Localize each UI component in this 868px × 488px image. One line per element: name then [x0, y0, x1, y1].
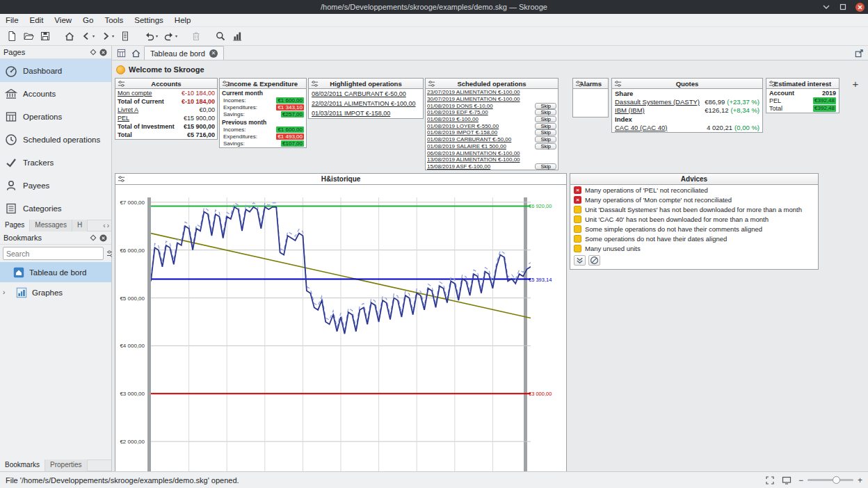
skip-button[interactable]: Skip [535, 136, 556, 143]
skip-button[interactable]: Skip [535, 143, 556, 149]
dropdown-caret-icon[interactable]: ▾ [93, 34, 95, 38]
widget-settings-icon[interactable] [613, 79, 622, 88]
dropdown-caret-icon[interactable]: ▾ [175, 34, 177, 38]
advice-item[interactable]: Unit 'CAC 40' has not been downloaded fo… [570, 214, 818, 224]
sidebar-item-dashboard[interactable]: Dashboard [0, 59, 111, 82]
scheduled-operation-link[interactable]: 13/08/2019 ALIMENTATION €-100,00 [427, 156, 520, 163]
skip-button[interactable]: Skip [535, 163, 556, 170]
scheduled-operation-link[interactable]: 01/08/2019 SALAIRE €1 500,00 [427, 143, 506, 149]
scheduled-operation-link[interactable]: 01/08/2019 IMPOT €-158,00 [427, 129, 497, 136]
alarms-header[interactable]: Alarms [573, 79, 608, 89]
menu-help[interactable]: Help [169, 14, 197, 27]
save-button[interactable] [38, 29, 53, 43]
open-file-button[interactable] [21, 29, 36, 43]
quote-name-link[interactable]: CAC 40 (CAC 40) [615, 124, 704, 131]
scroll-left-icon[interactable]: ‹ [103, 222, 105, 229]
historique-chart-header[interactable]: H&istorique [115, 174, 566, 185]
close-panel-icon[interactable] [98, 47, 108, 57]
monitor-icon[interactable] [782, 475, 791, 485]
scheduled-operations-header[interactable]: Scheduled operations [426, 79, 558, 89]
menu-view[interactable]: View [49, 14, 77, 27]
scheduled-operation-link[interactable]: 01/08/2019 LOYER €-550,00 [427, 123, 499, 129]
zoom-slider-handle[interactable] [833, 476, 840, 484]
go-back-button[interactable]: ▾ [79, 29, 97, 43]
widget-settings-icon[interactable] [768, 79, 777, 88]
widget-settings-icon[interactable] [221, 79, 230, 88]
tab-tableau-de-bord[interactable]: Tableau de bord ✕ [144, 46, 224, 60]
undo-button[interactable]: ▾ [142, 29, 160, 43]
skip-button[interactable]: Skip [535, 129, 556, 136]
account-name[interactable]: PEL [118, 115, 129, 122]
home-page-icon[interactable] [129, 47, 142, 59]
scheduled-operation-link[interactable]: 01/08/2019 EDF €-75,00 [427, 109, 488, 115]
context-chooser-icon[interactable] [115, 47, 127, 59]
dock-tab-properties[interactable]: Properties [45, 459, 88, 471]
dock-tab-messages[interactable]: Messages [30, 220, 72, 231]
advice-item[interactable]: Some simple operations do not have their… [570, 224, 818, 234]
dock-tab-bookmarks[interactable]: Bookmarks [0, 459, 45, 471]
sidebar-item-accounts[interactable]: Accounts [0, 82, 111, 105]
menu-edit[interactable]: Edit [24, 14, 49, 27]
fit-page-icon[interactable] [765, 475, 775, 485]
scheduled-operation-link[interactable]: 01/08/2019 DONS €-10,00 [427, 103, 493, 109]
float-panel-icon[interactable] [88, 233, 98, 243]
widget-settings-icon[interactable] [117, 79, 126, 88]
expander-icon[interactable]: › [3, 288, 11, 296]
add-widget-button[interactable]: + [850, 79, 861, 90]
widget-settings-icon[interactable] [117, 174, 126, 184]
detach-tab-icon[interactable] [853, 47, 865, 59]
page-button[interactable] [118, 29, 133, 43]
widget-settings-icon[interactable] [310, 79, 319, 88]
scroll-right-icon[interactable]: › [107, 222, 109, 229]
highlighted-operation-link[interactable]: 08/02/2011 CARBURANT €-50,00 [309, 89, 423, 99]
quotes-header[interactable]: Quotes [612, 79, 762, 89]
scheduled-operation-link[interactable]: 01/08/2019 CARBURANT €-50,00 [427, 136, 511, 143]
sidebar-item-categories[interactable]: Categories [0, 197, 111, 220]
menu-settings[interactable]: Settings [129, 14, 169, 27]
menu-tools[interactable]: Tools [99, 14, 129, 27]
advice-item[interactable]: Many unused units [570, 243, 818, 253]
skip-button[interactable]: Skip [535, 103, 556, 109]
scheduled-operation-link[interactable]: 01/08/2019 €-100,00 [427, 116, 479, 122]
skip-button[interactable]: Skip [535, 123, 556, 129]
dock-tab-pages[interactable]: Pages [0, 220, 30, 231]
highlighted-operation-link[interactable]: 22/02/2011 ALIMENTATION €-100,00 [309, 99, 423, 108]
quote-name-link[interactable]: IBM (IBM) [615, 106, 702, 114]
menu-file[interactable]: File [0, 14, 24, 27]
minimize-button[interactable] [821, 1, 832, 13]
accounts-widget-header[interactable]: Accounts [115, 79, 217, 89]
widget-settings-icon[interactable] [427, 79, 436, 88]
go-forward-button[interactable]: ▾ [98, 29, 116, 43]
new-document-button[interactable] [4, 29, 19, 43]
search-button[interactable] [213, 29, 228, 43]
advice-item[interactable]: ×Many operations of 'Mon compte' not rec… [570, 195, 818, 204]
advice-item[interactable]: Some operations do not have their dates … [570, 234, 818, 243]
account-name[interactable]: Livret A [118, 106, 138, 113]
bookmark-item-tableau-de-bord[interactable]: Tableau de bord [0, 262, 111, 282]
zoom-in-button[interactable]: + [858, 477, 862, 484]
widget-settings-icon[interactable] [574, 79, 584, 88]
close-button[interactable] [854, 1, 865, 13]
advice-item[interactable]: ×Many operations of 'PEL' not reconcilia… [570, 185, 818, 195]
report-button[interactable] [230, 29, 245, 43]
redo-button[interactable]: ▾ [161, 29, 179, 43]
estimated-interest-header[interactable]: Estimated interest [766, 79, 839, 89]
sidebar-item-scheduled-operations[interactable]: Scheduled operations [0, 128, 111, 151]
skip-button[interactable]: Skip [535, 116, 556, 122]
zoom-out-button[interactable]: − [798, 477, 803, 484]
highlighted-operations-header[interactable]: Highlighted operations [309, 79, 423, 89]
sidebar-item-payees[interactable]: Payees [0, 174, 111, 197]
income-expenditure-header[interactable]: Income & Expenditure [220, 79, 306, 89]
maximize-button[interactable] [837, 1, 849, 13]
sidebar-item-trackers[interactable]: Trackers [0, 151, 111, 174]
scheduled-operation-link[interactable]: 30/07/2019 ALIMENTATION €-100,00 [427, 96, 520, 102]
account-name[interactable]: Mon compte [118, 90, 152, 97]
advice-item[interactable]: Unit 'Dassault Systemes' has not been do… [570, 204, 818, 214]
zoom-slider[interactable] [807, 479, 853, 481]
highlighted-operation-link[interactable]: 01/03/2011 IMPOT €-158,00 [309, 108, 423, 118]
dock-tab-h[interactable]: H [72, 220, 88, 231]
scheduled-operation-link[interactable]: 06/08/2019 ALIMENTATION €-100,00 [427, 150, 520, 156]
close-panel-icon[interactable] [98, 233, 108, 243]
skip-button[interactable]: Skip [535, 109, 556, 115]
bookmark-search-input[interactable] [3, 247, 104, 260]
